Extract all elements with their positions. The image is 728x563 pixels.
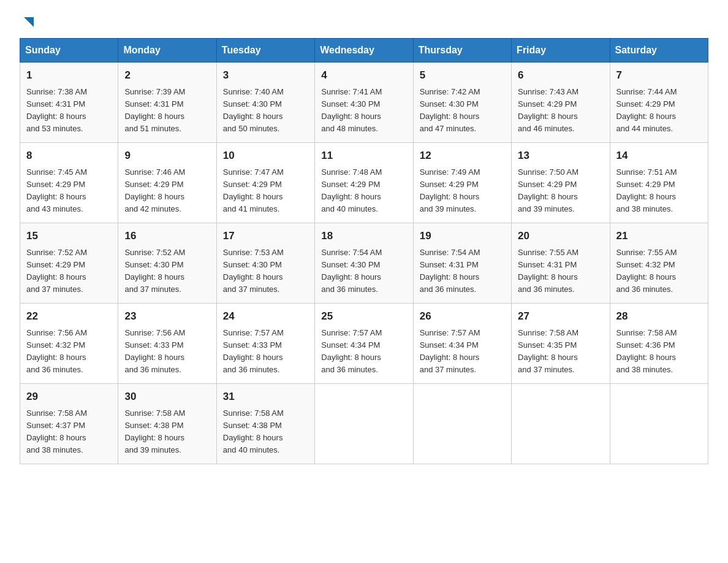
day-info: Sunrise: 7:53 AMSunset: 4:30 PMDaylight:… xyxy=(223,247,308,296)
header-saturday: Saturday xyxy=(610,39,708,63)
weekday-header-row: Sunday Monday Tuesday Wednesday Thursday… xyxy=(20,39,708,63)
day-number: 11 xyxy=(321,148,406,164)
calendar-cell: 27Sunrise: 7:58 AMSunset: 4:35 PMDayligh… xyxy=(512,304,610,384)
calendar-cell: 31Sunrise: 7:58 AMSunset: 4:38 PMDayligh… xyxy=(216,384,314,464)
day-number: 28 xyxy=(616,308,702,324)
day-number: 25 xyxy=(321,308,406,324)
day-info: Sunrise: 7:45 AMSunset: 4:29 PMDaylight:… xyxy=(26,166,112,216)
day-info: Sunrise: 7:58 AMSunset: 4:35 PMDaylight:… xyxy=(518,327,603,377)
day-number: 4 xyxy=(321,67,406,83)
day-number: 23 xyxy=(124,308,210,324)
day-number: 30 xyxy=(124,389,210,405)
calendar-cell: 20Sunrise: 7:55 AMSunset: 4:31 PMDayligh… xyxy=(512,223,610,304)
svg-marker-0 xyxy=(24,17,34,27)
day-number: 3 xyxy=(223,67,308,83)
calendar-cell: 11Sunrise: 7:48 AMSunset: 4:29 PMDayligh… xyxy=(315,143,413,223)
day-number: 8 xyxy=(26,148,112,164)
day-info: Sunrise: 7:41 AMSunset: 4:30 PMDaylight:… xyxy=(321,86,406,136)
day-info: Sunrise: 7:54 AMSunset: 4:30 PMDaylight:… xyxy=(321,247,406,296)
calendar-cell: 25Sunrise: 7:57 AMSunset: 4:34 PMDayligh… xyxy=(315,304,413,384)
day-info: Sunrise: 7:50 AMSunset: 4:29 PMDaylight:… xyxy=(518,166,603,216)
day-number: 29 xyxy=(26,389,112,405)
day-info: Sunrise: 7:46 AMSunset: 4:29 PMDaylight:… xyxy=(124,166,210,216)
calendar-cell: 16Sunrise: 7:52 AMSunset: 4:30 PMDayligh… xyxy=(118,223,216,304)
calendar-cell: 23Sunrise: 7:56 AMSunset: 4:33 PMDayligh… xyxy=(118,304,216,384)
day-info: Sunrise: 7:58 AMSunset: 4:38 PMDaylight:… xyxy=(223,407,308,457)
day-number: 12 xyxy=(420,148,505,164)
day-number: 19 xyxy=(420,228,505,244)
calendar-cell: 28Sunrise: 7:58 AMSunset: 4:36 PMDayligh… xyxy=(610,304,708,384)
day-info: Sunrise: 7:44 AMSunset: 4:29 PMDaylight:… xyxy=(616,86,702,136)
day-info: Sunrise: 7:42 AMSunset: 4:30 PMDaylight:… xyxy=(420,86,505,136)
day-number: 10 xyxy=(223,148,308,164)
day-number: 6 xyxy=(518,67,603,83)
calendar-cell: 7Sunrise: 7:44 AMSunset: 4:29 PMDaylight… xyxy=(610,63,708,143)
calendar-cell: 30Sunrise: 7:58 AMSunset: 4:38 PMDayligh… xyxy=(118,384,216,464)
day-number: 18 xyxy=(321,228,406,244)
calendar-cell: 5Sunrise: 7:42 AMSunset: 4:30 PMDaylight… xyxy=(413,63,511,143)
calendar-week-row: 22Sunrise: 7:56 AMSunset: 4:32 PMDayligh… xyxy=(20,304,708,384)
day-info: Sunrise: 7:56 AMSunset: 4:33 PMDaylight:… xyxy=(124,327,210,377)
calendar-cell: 24Sunrise: 7:57 AMSunset: 4:33 PMDayligh… xyxy=(216,304,314,384)
calendar-cell: 14Sunrise: 7:51 AMSunset: 4:29 PMDayligh… xyxy=(610,143,708,223)
day-number: 5 xyxy=(420,67,505,83)
day-info: Sunrise: 7:55 AMSunset: 4:32 PMDaylight:… xyxy=(616,247,702,296)
calendar-week-row: 29Sunrise: 7:58 AMSunset: 4:37 PMDayligh… xyxy=(20,384,708,464)
day-info: Sunrise: 7:52 AMSunset: 4:29 PMDaylight:… xyxy=(26,247,112,296)
calendar-cell xyxy=(413,384,511,464)
day-info: Sunrise: 7:58 AMSunset: 4:38 PMDaylight:… xyxy=(124,407,210,457)
day-number: 24 xyxy=(223,308,308,324)
calendar-cell: 29Sunrise: 7:58 AMSunset: 4:37 PMDayligh… xyxy=(20,384,118,464)
calendar-cell xyxy=(610,384,708,464)
calendar-cell: 18Sunrise: 7:54 AMSunset: 4:30 PMDayligh… xyxy=(315,223,413,304)
header-friday: Friday xyxy=(512,39,610,63)
calendar-cell: 21Sunrise: 7:55 AMSunset: 4:32 PMDayligh… xyxy=(610,223,708,304)
day-number: 13 xyxy=(518,148,603,164)
logo-arrow-icon xyxy=(21,15,35,28)
day-info: Sunrise: 7:48 AMSunset: 4:29 PMDaylight:… xyxy=(321,166,406,216)
calendar-cell: 17Sunrise: 7:53 AMSunset: 4:30 PMDayligh… xyxy=(216,223,314,304)
calendar-cell xyxy=(315,384,413,464)
day-number: 27 xyxy=(518,308,603,324)
day-info: Sunrise: 7:57 AMSunset: 4:34 PMDaylight:… xyxy=(321,327,406,377)
header-wednesday: Wednesday xyxy=(315,39,413,63)
day-number: 7 xyxy=(616,67,702,83)
day-number: 9 xyxy=(124,148,210,164)
day-info: Sunrise: 7:40 AMSunset: 4:30 PMDaylight:… xyxy=(223,86,308,136)
calendar-cell: 8Sunrise: 7:45 AMSunset: 4:29 PMDaylight… xyxy=(20,143,118,223)
day-info: Sunrise: 7:43 AMSunset: 4:29 PMDaylight:… xyxy=(518,86,603,136)
day-number: 14 xyxy=(616,148,702,164)
calendar-cell: 26Sunrise: 7:57 AMSunset: 4:34 PMDayligh… xyxy=(413,304,511,384)
day-info: Sunrise: 7:54 AMSunset: 4:31 PMDaylight:… xyxy=(420,247,505,296)
header-thursday: Thursday xyxy=(413,39,511,63)
day-number: 22 xyxy=(26,308,112,324)
calendar-cell: 6Sunrise: 7:43 AMSunset: 4:29 PMDaylight… xyxy=(512,63,610,143)
day-number: 31 xyxy=(223,389,308,405)
day-info: Sunrise: 7:52 AMSunset: 4:30 PMDaylight:… xyxy=(124,247,210,296)
calendar-table: Sunday Monday Tuesday Wednesday Thursday… xyxy=(20,38,708,464)
calendar-cell: 13Sunrise: 7:50 AMSunset: 4:29 PMDayligh… xyxy=(512,143,610,223)
day-info: Sunrise: 7:38 AMSunset: 4:31 PMDaylight:… xyxy=(26,86,112,136)
calendar-cell: 15Sunrise: 7:52 AMSunset: 4:29 PMDayligh… xyxy=(20,223,118,304)
day-info: Sunrise: 7:58 AMSunset: 4:37 PMDaylight:… xyxy=(26,407,112,457)
day-info: Sunrise: 7:47 AMSunset: 4:29 PMDaylight:… xyxy=(223,166,308,216)
calendar-cell: 4Sunrise: 7:41 AMSunset: 4:30 PMDaylight… xyxy=(315,63,413,143)
day-number: 15 xyxy=(26,228,112,244)
day-number: 26 xyxy=(420,308,505,324)
calendar-cell: 2Sunrise: 7:39 AMSunset: 4:31 PMDaylight… xyxy=(118,63,216,143)
day-info: Sunrise: 7:39 AMSunset: 4:31 PMDaylight:… xyxy=(124,86,210,136)
day-number: 17 xyxy=(223,228,308,244)
calendar-week-row: 8Sunrise: 7:45 AMSunset: 4:29 PMDaylight… xyxy=(20,143,708,223)
header-monday: Monday xyxy=(118,39,216,63)
calendar-cell: 9Sunrise: 7:46 AMSunset: 4:29 PMDaylight… xyxy=(118,143,216,223)
calendar-cell: 12Sunrise: 7:49 AMSunset: 4:29 PMDayligh… xyxy=(413,143,511,223)
day-info: Sunrise: 7:57 AMSunset: 4:33 PMDaylight:… xyxy=(223,327,308,377)
day-number: 16 xyxy=(124,228,210,244)
day-number: 2 xyxy=(124,67,210,83)
calendar-cell: 19Sunrise: 7:54 AMSunset: 4:31 PMDayligh… xyxy=(413,223,511,304)
logo xyxy=(20,15,35,28)
header-tuesday: Tuesday xyxy=(216,39,314,63)
day-number: 1 xyxy=(26,67,112,83)
day-info: Sunrise: 7:51 AMSunset: 4:29 PMDaylight:… xyxy=(616,166,702,216)
day-number: 20 xyxy=(518,228,603,244)
